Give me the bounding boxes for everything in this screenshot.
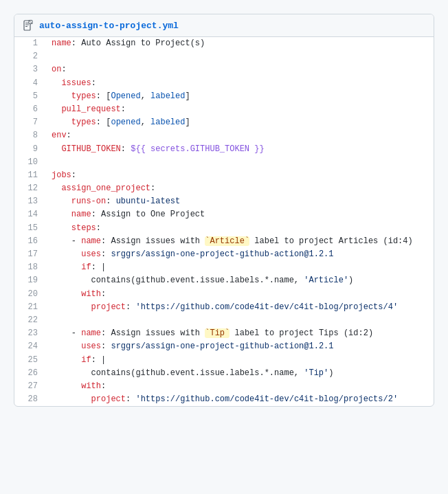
- table-row: 20 with:: [14, 288, 434, 301]
- line-content: [49, 50, 434, 63]
- line-number: 17: [14, 248, 49, 261]
- line-content: jobs:: [49, 169, 434, 182]
- table-row: 10: [14, 156, 434, 169]
- table-row: 22: [14, 314, 434, 327]
- line-content: name: Assign to One Project: [49, 208, 434, 221]
- line-content: env:: [49, 129, 434, 142]
- line-number: 13: [14, 195, 49, 208]
- code-body: 1name: Auto Assign to Project(s)2 3on:4 …: [14, 37, 434, 406]
- table-row: 4 issues:: [14, 77, 434, 90]
- line-content: name: Auto Assign to Project(s): [49, 37, 434, 50]
- line-number: 12: [14, 182, 49, 195]
- table-row: 21 project: 'https://github.com/code4it-…: [14, 301, 434, 314]
- line-content: if: |: [49, 354, 434, 367]
- yaml-file-icon: [23, 20, 34, 31]
- line-number: 11: [14, 169, 49, 182]
- code-table: 1name: Auto Assign to Project(s)2 3on:4 …: [14, 37, 434, 406]
- line-number: 8: [14, 129, 49, 142]
- table-row: 16 - name: Assign issues with `Article` …: [14, 235, 434, 248]
- table-row: 18 if: |: [14, 261, 434, 274]
- line-content: with:: [49, 288, 434, 301]
- table-row: 6 pull_request:: [14, 103, 434, 116]
- line-number: 6: [14, 103, 49, 116]
- file-header: auto-assign-to-project.yml: [14, 14, 434, 37]
- table-row: 27 with:: [14, 380, 434, 393]
- line-number: 9: [14, 143, 49, 156]
- line-number: 27: [14, 380, 49, 393]
- line-content: with:: [49, 380, 434, 393]
- line-number: 24: [14, 340, 49, 353]
- line-number: 20: [14, 288, 49, 301]
- line-number: 15: [14, 222, 49, 235]
- line-content: if: |: [49, 261, 434, 274]
- table-row: 3on:: [14, 63, 434, 76]
- line-number: 21: [14, 301, 49, 314]
- table-row: 24 uses: srggrs/assign-one-project-githu…: [14, 340, 434, 353]
- table-row: 17 uses: srggrs/assign-one-project-githu…: [14, 248, 434, 261]
- table-row: 15 steps:: [14, 222, 434, 235]
- line-number: 22: [14, 314, 49, 327]
- line-content: uses: srggrs/assign-one-project-github-a…: [49, 248, 434, 261]
- line-content: - name: Assign issues with `Tip` label t…: [49, 327, 434, 340]
- line-content: runs-on: ubuntu-latest: [49, 195, 434, 208]
- line-number: 10: [14, 156, 49, 169]
- line-number: 2: [14, 50, 49, 63]
- line-number: 5: [14, 90, 49, 103]
- line-content: [49, 156, 434, 169]
- table-row: 12 assign_one_project:: [14, 182, 434, 195]
- table-row: 11jobs:: [14, 169, 434, 182]
- line-number: 19: [14, 274, 49, 287]
- table-row: 26 contains(github.event.issue.labels.*.…: [14, 367, 434, 380]
- line-number: 26: [14, 367, 49, 380]
- line-number: 23: [14, 327, 49, 340]
- line-number: 28: [14, 393, 49, 406]
- table-row: 25 if: |: [14, 354, 434, 367]
- line-content: steps:: [49, 222, 434, 235]
- line-number: 3: [14, 63, 49, 76]
- line-number: 7: [14, 116, 49, 129]
- svg-rect-3: [25, 26, 27, 27]
- line-content: pull_request:: [49, 103, 434, 116]
- table-row: 14 name: Assign to One Project: [14, 208, 434, 221]
- line-content: GITHUB_TOKEN: ${{ secrets.GITHUB_TOKEN }…: [49, 143, 434, 156]
- line-content: issues:: [49, 77, 434, 90]
- line-number: 1: [14, 37, 49, 50]
- line-content: assign_one_project:: [49, 182, 434, 195]
- table-row: 7 types: [opened, labeled]: [14, 116, 434, 129]
- line-number: 25: [14, 354, 49, 367]
- table-row: 9 GITHUB_TOKEN: ${{ secrets.GITHUB_TOKEN…: [14, 143, 434, 156]
- file-name[interactable]: auto-assign-to-project.yml: [39, 21, 179, 31]
- line-content: contains(github.event.issue.labels.*.nam…: [49, 274, 434, 287]
- table-row: 2: [14, 50, 434, 63]
- line-content: on:: [49, 63, 434, 76]
- table-row: 13 runs-on: ubuntu-latest: [14, 195, 434, 208]
- line-number: 4: [14, 77, 49, 90]
- line-content: [49, 314, 434, 327]
- table-row: 8env:: [14, 129, 434, 142]
- line-number: 14: [14, 208, 49, 221]
- table-row: 1name: Auto Assign to Project(s): [14, 37, 434, 50]
- table-row: 28 project: 'https://github.com/code4it-…: [14, 393, 434, 406]
- line-content: - name: Assign issues with `Article` lab…: [49, 235, 434, 248]
- line-content: types: [opened, labeled]: [49, 116, 434, 129]
- line-content: uses: srggrs/assign-one-project-github-a…: [49, 340, 434, 353]
- line-number: 16: [14, 235, 49, 248]
- table-row: 19 contains(github.event.issue.labels.*.…: [14, 274, 434, 287]
- svg-rect-2: [25, 25, 29, 25]
- table-row: 23 - name: Assign issues with `Tip` labe…: [14, 327, 434, 340]
- table-row: 5 types: [Opened, labeled]: [14, 90, 434, 103]
- line-number: 18: [14, 261, 49, 274]
- line-content: contains(github.event.issue.labels.*.nam…: [49, 367, 434, 380]
- svg-rect-1: [25, 23, 29, 23]
- line-content: types: [Opened, labeled]: [49, 90, 434, 103]
- code-viewer: auto-assign-to-project.yml 1name: Auto A…: [14, 14, 434, 407]
- line-content: project: 'https://github.com/code4it-dev…: [49, 393, 434, 406]
- line-content: project: 'https://github.com/code4it-dev…: [49, 301, 434, 314]
